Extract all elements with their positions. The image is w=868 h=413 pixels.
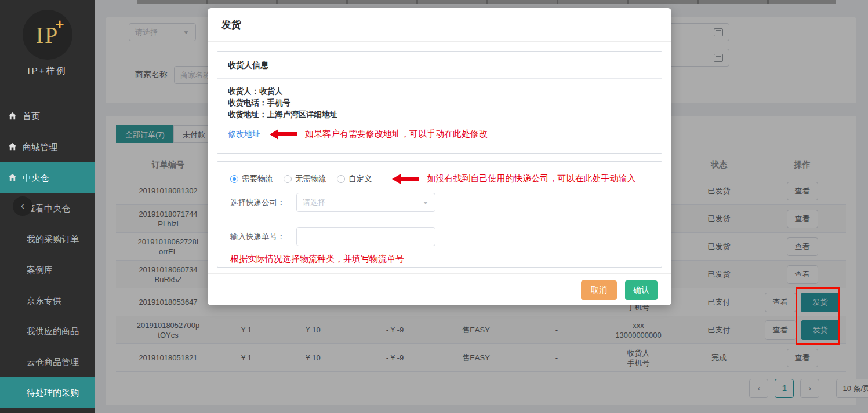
radio-label: 自定义 xyxy=(348,174,372,184)
radio-circle-icon xyxy=(284,175,292,183)
logo: IP + IP+样例 xyxy=(0,0,95,76)
dialog-body: 收货人信息 收货人：收货人 收货电话：手机号 收货地址：上海卢湾区详细地址 修改… xyxy=(208,42,671,268)
brand-logo-icon: IP + xyxy=(23,10,72,60)
logistics-annotation: 如没有找到自己使用的快递公司，可以在此处手动输入 xyxy=(427,173,636,184)
confirm-button[interactable]: 确认 xyxy=(625,280,658,300)
sidebar-item-label: 案例库 xyxy=(27,254,53,285)
courier-company-select[interactable]: 请选择 ▼ xyxy=(296,193,435,212)
chevron-down-icon: ▼ xyxy=(422,200,429,206)
sidebar-item-label: 待处理的采购 xyxy=(27,377,79,408)
radio-无需物流[interactable]: 无需物流 xyxy=(284,174,326,184)
home-icon xyxy=(8,173,17,182)
sidebar-item-label: 云仓商品管理 xyxy=(27,346,79,377)
radio-circle-icon xyxy=(230,175,238,183)
sidebar-item-label: 中央仓 xyxy=(23,162,49,193)
home-icon xyxy=(8,112,17,120)
sidebar-item-我供应的商品[interactable]: 我供应的商品 xyxy=(0,316,95,346)
receiver-name: 收货人：收货人 xyxy=(228,86,651,97)
edit-address-link[interactable]: 修改地址 xyxy=(228,129,260,140)
sidebar-item-京东专供[interactable]: 京东专供 xyxy=(0,285,95,316)
sidebar-nav: 首页商城管理中央仓查看中央仓我的采购订单案例库京东专供我供应的商品云仓商品管理待… xyxy=(0,101,95,413)
logistics-box: 需要物流无需物流自定义 如没有找到自己使用的快递公司，可以在此处手动输入 选择快… xyxy=(217,161,662,268)
sidebar-item-label: 我的采购订单 xyxy=(27,224,79,254)
receiver-address: 收货地址：上海卢湾区详细地址 xyxy=(228,109,651,120)
sidebar-item-label: 京东专供 xyxy=(27,285,61,316)
radio-label: 无需物流 xyxy=(295,174,326,184)
sidebar-item-待处理的采购[interactable]: 待处理的采购 xyxy=(0,377,95,408)
sidebar-item-label: 首页 xyxy=(23,101,40,131)
receiver-phone: 收货电话：手机号 xyxy=(228,97,651,109)
cancel-button[interactable]: 取消 xyxy=(581,280,617,300)
annotation-rectangle xyxy=(796,287,840,345)
sidebar-item-label: 商城管理 xyxy=(23,131,57,162)
sidebar-item-案例库[interactable]: 案例库 xyxy=(0,254,95,285)
sidebar-item-首页[interactable]: 首页 xyxy=(0,101,95,131)
sidebar-item-我的采购订单[interactable]: 我的采购订单 xyxy=(0,224,95,254)
logo-plus: + xyxy=(55,16,64,34)
logistics-radio-group: 需要物流无需物流自定义 如没有找到自己使用的快递公司，可以在此处手动输入 xyxy=(217,162,662,184)
tracking-number-label: 输入快递单号： xyxy=(230,232,296,242)
sidebar-item-云仓商品管理[interactable]: 云仓商品管理 xyxy=(0,346,95,377)
sidebar-item-label: 我供应的商品 xyxy=(27,316,79,346)
chevron-left-icon: ‹ xyxy=(21,200,24,211)
dialog-title: 发货 xyxy=(221,18,241,31)
brand-name: IP+样例 xyxy=(0,65,95,76)
courier-company-label: 选择快递公司： xyxy=(230,198,296,208)
edit-address-annotation: 如果客户有需要修改地址，可以手动在此处修改 xyxy=(305,129,488,140)
sidebar-item-商城管理[interactable]: 商城管理 xyxy=(0,131,95,162)
arrow-left-icon xyxy=(270,129,297,140)
radio-label: 需要物流 xyxy=(242,174,273,184)
dialog-header: 发货 xyxy=(208,8,671,42)
arrow-left-icon xyxy=(392,174,419,184)
courier-company-placeholder: 请选择 xyxy=(303,198,325,208)
sidebar-item-label: 订单管理 xyxy=(23,408,57,413)
dialog-footer: 取消 确认 xyxy=(208,273,671,306)
home-icon xyxy=(8,142,17,151)
radio-circle-icon xyxy=(337,175,345,183)
radio-自定义[interactable]: 自定义 xyxy=(337,174,372,184)
tracking-number-input[interactable] xyxy=(296,227,435,246)
sidebar-item-订单管理[interactable]: 订单管理 xyxy=(0,408,95,413)
receiver-lines: 收货人：收货人 收货电话：手机号 收货地址：上海卢湾区详细地址 xyxy=(217,79,662,120)
sidebar-collapse-button[interactable]: ‹ xyxy=(13,196,32,216)
sidebar-item-中央仓[interactable]: 中央仓 xyxy=(0,162,95,193)
receiver-info-box: 收货人信息 收货人：收货人 收货电话：手机号 收货地址：上海卢湾区详细地址 修改… xyxy=(217,51,662,154)
sidebar-item-label: 查看中央仓 xyxy=(27,193,70,224)
logistics-note-annotation: 根据实际情况选择物流种类，并填写物流单号 xyxy=(230,254,662,265)
receiver-info-title: 收货人信息 xyxy=(217,52,662,79)
ship-dialog: 发货 收货人信息 收货人：收货人 收货电话：手机号 收货地址：上海卢湾区详细地址… xyxy=(208,8,671,305)
radio-需要物流[interactable]: 需要物流 xyxy=(230,174,273,184)
